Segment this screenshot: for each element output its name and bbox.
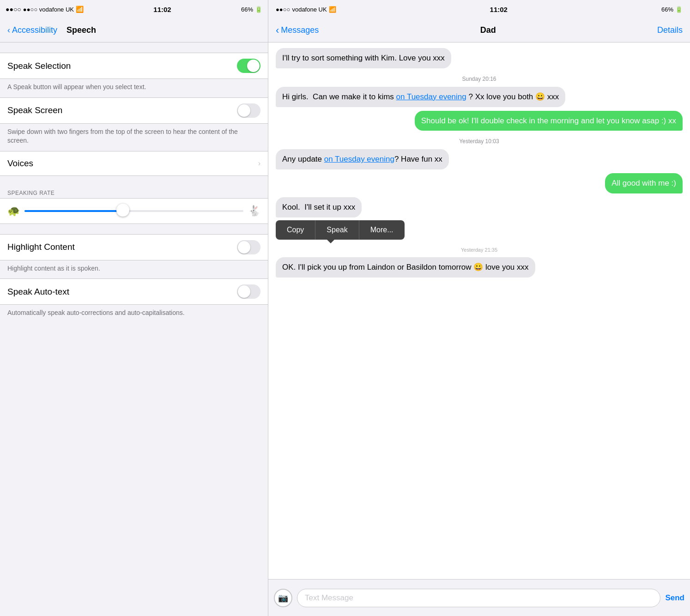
context-menu[interactable]: Copy Speak More... [276,220,405,240]
speak-screen-row[interactable]: Speak Screen [0,98,268,123]
tuesday-link-2[interactable]: on Tuesday evening [324,155,394,163]
rabbit-icon: 🐇 [248,205,260,217]
speak-autotext-desc: Automatically speak auto-corrections and… [0,305,268,323]
speak-selection-desc: A Speak button will appear when you sele… [0,79,268,97]
bubble-8[interactable]: Kool. I'll set it up xxx [276,197,362,217]
timestamp-yesterday: Yesterday 10:03 [276,138,683,145]
speaking-rate-thumb[interactable] [116,204,129,217]
slider-gap [0,224,268,234]
bubble-7[interactable]: All good with me :) [605,173,683,193]
voices-chevron-icon: › [258,159,260,168]
message-with-menu: Kool. I'll set it up xxx Copy Speak More… [276,197,683,241]
message-row-4: Should be ok! I'll double check in the m… [276,111,683,131]
details-button[interactable]: Details [657,25,683,35]
left-nav-bar: ‹ Accessibility Speech [0,18,268,42]
right-wifi-icon: 📶 [329,6,336,13]
settings-list: Speak Selection A Speak button will appe… [0,42,268,616]
message-row-3: Hi girls. Can we make it to kims on Tues… [276,87,683,107]
message-input[interactable]: Text Message [297,589,660,607]
speaking-rate-slider-row[interactable]: 🐢 🐇 [0,198,268,224]
input-bar: 📷 Text Message Send [268,579,690,616]
speak-menu-item[interactable]: Speak [315,220,359,240]
highlight-content-row[interactable]: Highlight Content [0,235,268,260]
voices-row[interactable]: Voices › [0,151,268,175]
bubble-1[interactable]: I'll try to sort something with Kim. Lov… [276,48,451,68]
speaking-rate-track[interactable] [24,210,243,212]
voices-label: Voices [7,158,33,169]
chevron-left-icon: ‹ [7,25,10,35]
right-status-bar: ●●○○ vodafone UK 📶 11:02 66% 🔋 [268,0,690,18]
speak-selection-group: Speak Selection [0,53,268,79]
left-carrier: ●●○○ ●●○○ vodafone UK 📶 [6,6,84,13]
timestamp-sunday: Sunday 20:16 [276,76,683,82]
highlight-content-group: Highlight Content [0,234,268,260]
right-time: 11:02 [490,6,508,13]
bubble-4[interactable]: Should be ok! I'll double check in the m… [415,111,683,131]
message-row-7: All good with me :) [276,173,683,193]
highlight-content-label: Highlight Content [7,242,75,252]
left-nav-title: Speech [67,25,96,35]
speaking-rate-label: SPEAKING RATE [0,186,268,198]
highlight-content-thumb [238,241,250,254]
message-row-6: Any update on Tuesday evening? Have fun … [276,149,683,169]
right-carrier: ●●○○ vodafone UK 📶 [276,6,336,13]
right-nav-bar: ‹ Messages Dad Details [268,18,690,42]
speaking-rate-fill [24,210,123,212]
highlight-content-desc: Highlight content as it is spoken. [0,260,268,279]
bubble-6[interactable]: Any update on Tuesday evening? Have fun … [276,149,449,169]
back-label[interactable]: Accessibility [12,25,57,35]
voices-gap [0,176,268,186]
right-battery-icon: 🔋 [675,6,683,13]
speak-selection-row[interactable]: Speak Selection [0,53,268,79]
timestamp-yesterday-2: Yesterday 21:35 [276,247,683,253]
conversation-title: Dad [480,25,496,35]
left-status-bar: ●●○○ ●●○○ vodafone UK 📶 11:02 66% 🔋 [0,0,268,18]
left-carrier-name: ●●○○ vodafone UK [23,6,74,13]
right-chevron-left-icon: ‹ [276,24,279,36]
speak-selection-label: Speak Selection [7,61,71,71]
speak-autotext-group: Speak Auto-text [0,278,268,305]
back-to-messages[interactable]: ‹ Messages [276,24,319,36]
speak-autotext-toggle[interactable] [237,284,260,299]
right-dots: ●●○○ [276,6,290,13]
voices-group: Voices › [0,151,268,176]
left-wifi-icon: 📶 [76,6,84,13]
speak-screen-label: Speak Screen [7,105,62,115]
back-to-messages-label[interactable]: Messages [281,25,319,35]
right-battery-group: 66% 🔋 [661,6,683,13]
left-time: 11:02 [153,6,171,13]
speak-selection-thumb [247,60,260,72]
speak-screen-group: Speak Screen [0,97,268,124]
left-carrier-dots: ●●○○ [6,6,21,13]
speak-screen-thumb [238,104,250,117]
speak-selection-toggle[interactable] [237,59,260,73]
speak-autotext-row[interactable]: Speak Auto-text [0,279,268,304]
turtle-icon: 🐢 [7,205,20,217]
tuesday-link-1[interactable]: on Tuesday evening [396,92,466,101]
speak-screen-desc: Swipe down with two fingers from the top… [0,124,268,151]
send-button[interactable]: Send [665,593,684,603]
right-panel: ●●○○ vodafone UK 📶 11:02 66% 🔋 ‹ Message… [268,0,690,616]
speak-autotext-thumb [238,285,250,298]
camera-button[interactable]: 📷 [274,589,292,607]
right-battery-pct: 66% [661,6,673,13]
camera-icon: 📷 [278,593,288,603]
message-row-10: OK. I'll pick you up from Laindon or Bas… [276,257,683,278]
top-gap [0,42,268,53]
back-to-accessibility[interactable]: ‹ Accessibility [7,25,57,35]
left-battery-group: 66% 🔋 [241,6,262,13]
right-carrier-name: vodafone UK [292,6,327,13]
speak-screen-toggle[interactable] [237,103,260,118]
speak-autotext-label: Speak Auto-text [7,287,69,297]
more-menu-item[interactable]: More... [359,220,405,240]
highlight-content-toggle[interactable] [237,240,260,254]
left-battery-icon: 🔋 [255,6,262,13]
message-row-1: I'll try to sort something with Kim. Lov… [276,48,683,68]
bubble-10[interactable]: OK. I'll pick you up from Laindon or Bas… [276,257,535,278]
bubble-3[interactable]: Hi girls. Can we make it to kims on Tues… [276,87,565,107]
messages-container: I'll try to sort something with Kim. Lov… [268,42,690,579]
copy-menu-item[interactable]: Copy [276,220,315,240]
message-placeholder: Text Message [305,593,353,603]
left-battery-pct: 66% [241,6,253,13]
left-panel: ●●○○ ●●○○ vodafone UK 📶 11:02 66% 🔋 ‹ Ac… [0,0,268,616]
